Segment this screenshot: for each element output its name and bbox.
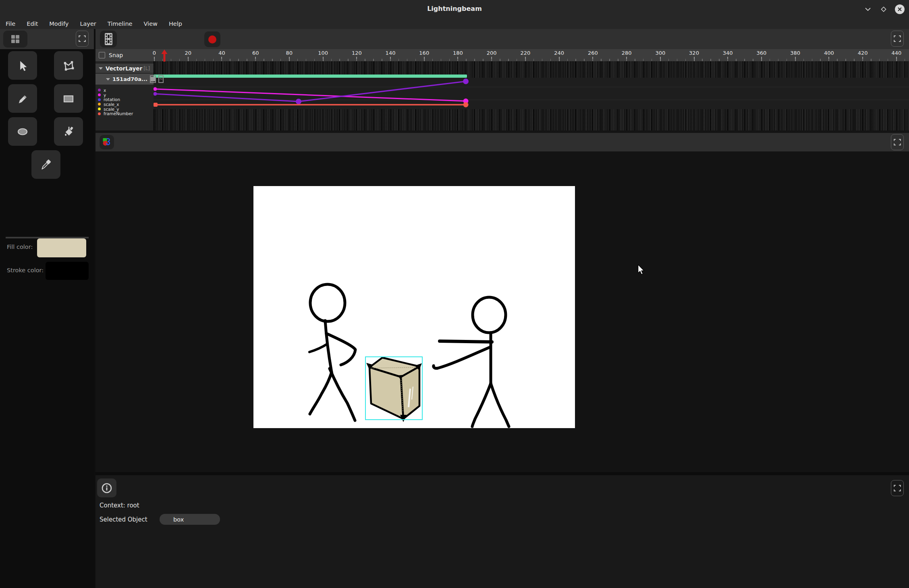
chevron-down-icon[interactable]: [106, 78, 110, 81]
ruler-label: 140: [386, 50, 396, 56]
selected-object-label: Selected Object: [100, 516, 147, 523]
layer-duration-bar[interactable]: [154, 75, 467, 78]
stick-figure-left: [309, 284, 355, 420]
track-property-scale-y[interactable]: scale_y: [98, 107, 133, 112]
chevron-down-icon[interactable]: [99, 67, 103, 70]
object-visibility-button[interactable]: [150, 75, 156, 83]
toolbar-row: 6 FRAME 24 FPS: [0, 29, 909, 49]
grid-icon: [10, 34, 21, 44]
ruler-label: 60: [252, 50, 259, 56]
track-property-x[interactable]: x: [98, 88, 133, 93]
stroke-color-swatch[interactable]: [46, 262, 89, 280]
animation-curves: [154, 78, 909, 109]
property-color-dot: [98, 93, 101, 96]
track-property-y[interactable]: y: [98, 93, 133, 97]
stage-artwork: [253, 186, 575, 428]
ruler-label: 320: [689, 50, 699, 56]
menu-file[interactable]: File: [6, 21, 15, 27]
ruler-ticks-minor: [154, 59, 909, 61]
panel-grid-button[interactable]: [3, 31, 27, 48]
playhead-arrow-icon: [161, 50, 168, 62]
property-color-dot: [98, 112, 101, 115]
rectangle-tool-button[interactable]: [54, 84, 83, 113]
expand-icon: [893, 138, 901, 146]
ruler-label: 300: [655, 50, 665, 56]
filmstrip-icon: [104, 33, 113, 46]
ruler-label: 360: [757, 50, 767, 56]
timeline-frames-band-bottom[interactable]: [154, 109, 909, 130]
left-panel-expand-button[interactable]: [76, 31, 89, 47]
tool-panel: Fill color: Stroke color:: [0, 49, 94, 588]
drawing-stage[interactable]: [253, 186, 575, 428]
stroke-color-label: Stroke color:: [7, 267, 44, 273]
minimize-button[interactable]: [862, 3, 874, 15]
fill-color-swatch[interactable]: [37, 238, 86, 257]
menu-help[interactable]: Help: [169, 21, 182, 27]
selected-object-dropdown[interactable]: box: [160, 514, 220, 525]
record-button[interactable]: [204, 31, 220, 47]
object-row[interactable]: 151ad70a... ~: [95, 74, 154, 85]
mouse-cursor: [637, 265, 645, 276]
snap-checkbox[interactable]: [99, 52, 105, 58]
paint-bucket-tool-button[interactable]: [54, 117, 83, 146]
playhead[interactable]: [161, 50, 168, 62]
ruler-label: 240: [554, 50, 564, 56]
property-color-dot: [98, 89, 101, 91]
expand-icon: [78, 35, 86, 43]
canvas-header: [95, 133, 909, 151]
tilde-icon: ~: [159, 77, 163, 81]
select-tool-button[interactable]: [8, 51, 37, 80]
menu-edit[interactable]: Edit: [27, 21, 38, 27]
record-icon: [208, 35, 217, 44]
timeline-layer-column: VectorLayer [L] 151ad70a... ~ x y rotati…: [95, 61, 154, 130]
menu-modify[interactable]: Modify: [49, 21, 68, 27]
track-property-scale-x[interactable]: scale_x: [98, 102, 133, 107]
close-button[interactable]: [894, 3, 906, 15]
close-icon: [894, 4, 905, 14]
ruler-label: 200: [487, 50, 497, 56]
track-property-framenumber[interactable]: frameNumber: [98, 111, 133, 116]
menu-view[interactable]: View: [144, 21, 158, 27]
object-name: 151ad70a...: [112, 76, 147, 82]
ellipse-tool-button[interactable]: [8, 117, 37, 146]
timeline-panel: Snap 0 20 40 60 80 100 120 140 160 180 2…: [95, 49, 909, 130]
canvas-expand-button[interactable]: [891, 134, 904, 150]
ruler-label: 260: [588, 50, 598, 56]
chevron-down-icon: [864, 6, 872, 13]
property-color-dot: [98, 108, 101, 110]
ruler-label: 380: [790, 50, 800, 56]
object-curve-mode-button[interactable]: ~: [158, 75, 164, 83]
timeline-expand-button[interactable]: [891, 31, 904, 47]
info-tab-button[interactable]: [97, 478, 116, 497]
pencil-tool-button[interactable]: [8, 84, 37, 113]
selected-object-value: box: [173, 516, 184, 523]
box-object[interactable]: [365, 357, 422, 422]
paint-bucket-icon: [62, 125, 75, 138]
node-edit-tool-button[interactable]: [54, 51, 83, 80]
layer-row[interactable]: VectorLayer [L]: [95, 64, 154, 73]
film-settings-button[interactable]: [100, 31, 117, 48]
eyedropper-tool-button[interactable]: [31, 150, 60, 179]
info-icon: [102, 483, 112, 493]
menu-timeline[interactable]: Timeline: [108, 21, 133, 27]
snap-label: Snap: [109, 52, 123, 58]
ruler-label: 80: [286, 50, 293, 56]
property-color-dot: [98, 103, 101, 106]
menu-layer[interactable]: Layer: [80, 21, 96, 27]
filled-square-icon: [151, 77, 155, 81]
expand-icon: [893, 35, 901, 43]
ruler-label: 100: [318, 50, 328, 56]
track-property-rotation[interactable]: rotation: [98, 97, 133, 102]
snap-control: Snap: [99, 52, 123, 58]
canvas-tab-button[interactable]: [100, 135, 114, 149]
layer-suffix: [L]: [143, 66, 150, 71]
maximize-button[interactable]: [878, 3, 890, 15]
app-window: Lightningbeam File Edit Modify Layer Tim…: [0, 0, 909, 588]
inspector-expand-button[interactable]: [891, 480, 904, 496]
ruler-label: 280: [622, 50, 632, 56]
timeline-curve-area[interactable]: [154, 78, 909, 109]
expand-icon: [893, 484, 901, 492]
canvas-viewport[interactable]: [95, 151, 909, 472]
ruler-label: 440: [891, 50, 901, 56]
timeline-ruler[interactable]: Snap 0 20 40 60 80 100 120 140 160 180 2…: [95, 49, 909, 61]
